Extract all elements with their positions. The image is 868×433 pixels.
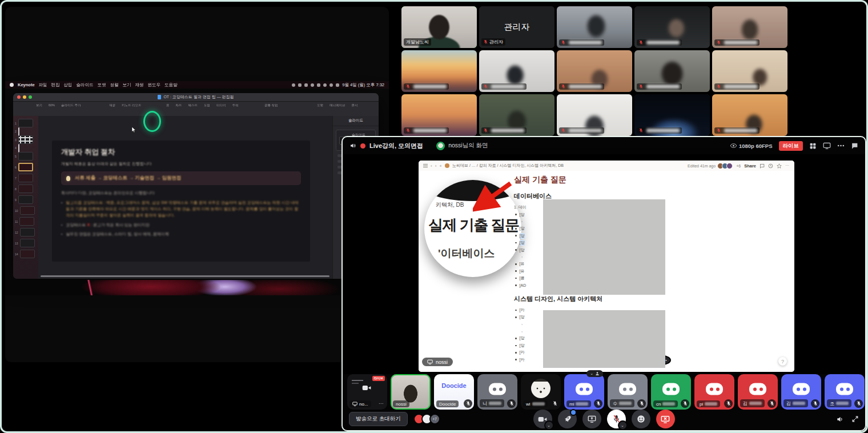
activities-button[interactable] [558,410,577,428]
toolbar-insert-button[interactable]: 미디어 [216,103,226,107]
slide-thumbnail[interactable]: 3 [13,134,38,145]
zoom-participant-tile[interactable] [634,94,710,136]
zoom-participant-tile[interactable] [712,6,787,48]
invite-to-broadcast-button[interactable]: 방송으로 초대하기 [349,412,408,426]
collaborate-button[interactable]: 공동 작업 [264,103,278,107]
zoom-window-button[interactable] [29,95,32,99]
zoom-participant-tile[interactable] [479,50,554,92]
toolbar-insert-button[interactable]: 도형 [204,103,210,107]
zoom-participant-tile[interactable]: 관리자 관리자 [479,6,554,48]
slide-thumbnail[interactable]: 10 [13,205,38,216]
status-icon[interactable] [298,83,302,87]
app-menu-keynote[interactable]: Keynote [18,82,35,87]
slide-thumbnail[interactable]: 6 [13,162,38,173]
viewer-avatar-stack[interactable]: +7 [413,414,440,424]
tile-people-badge[interactable]: ⌄ [586,370,603,377]
inspector-tab[interactable]: 문서 [352,103,358,107]
slide-thumbnail[interactable]: 12 [13,227,38,238]
search-icon[interactable] [329,83,333,87]
slide-thumbnail[interactable]: 9 [13,194,38,205]
nav-forward-icon[interactable]: › [435,163,437,169]
slide-editor-area[interactable]: 개발자 취업 절차 개발자 채용은 통상 아래와 같은 절차로 진행됩니다 서류… [52,141,310,262]
zoom-participant-tile[interactable] [712,94,787,136]
chevron-down-icon[interactable]: ⌄ [618,420,628,430]
status-icon[interactable] [311,83,314,87]
inspector-tab[interactable]: 애니메이션 [329,103,345,107]
apple-menu-icon[interactable] [10,83,14,87]
slide-thumbnail[interactable]: 11 [13,216,38,227]
inspector-tab[interactable]: 포맷 [317,103,323,107]
fullscreen-icon[interactable] [851,415,859,423]
star-icon[interactable] [777,163,782,169]
slide-thumbnail[interactable]: 5 [13,151,38,162]
speaker-icon[interactable] [836,415,844,423]
discord-participant-tile[interactable]: ⋯ ⌄ 조 [825,374,865,410]
slide-thumbnail[interactable]: 7 [13,173,38,183]
sidebar-toggle-icon[interactable] [423,164,428,165]
menu-item[interactable]: 편집 [51,82,60,88]
discord-participant-tile[interactable]: ⋯ ⌄ 수 [608,374,648,410]
discord-participant-tile[interactable]: ⋯ ⌄ wi [521,374,561,410]
minimize-window-button[interactable] [23,95,26,99]
camera-button[interactable]: ⌄ [533,410,552,428]
share-button[interactable]: Share [744,163,756,169]
toolbar-insert-button[interactable]: 주석 [232,103,239,107]
slide-thumbnail[interactable]: 14 [13,248,38,259]
more-options-icon[interactable] [837,145,845,147]
toolbar-button[interactable]: 보기 [36,103,42,107]
discord-participant-tile[interactable]: ⋯ ⌄ pi [694,374,734,410]
discord-participant-tile[interactable]: ⋯ ⌄ 니 [477,374,517,410]
discord-participant-tile[interactable]: ⋯ ⌄ cn [651,374,691,410]
page-more-icon[interactable]: ⋯ [785,163,790,168]
horizontal-scrollbar[interactable] [41,275,329,277]
discord-participant-tile[interactable]: ⋯ ⌄ 김 [781,374,821,410]
discord-participant-tile[interactable]: ⋯ ⌄ mi [564,374,604,410]
menu-item[interactable]: 슬라이드 [77,82,94,88]
discord-participant-tile[interactable]: ⋯ Doocide ⌄ Doocide [434,374,474,410]
menu-item[interactable]: 포맷 [98,82,106,88]
zoom-participant-tile[interactable] [557,94,632,136]
discord-participant-tile[interactable]: 라이브 ⋯ ⌄ no... [347,374,387,410]
toolbar-button[interactable]: 슬라이드 추가 [61,103,81,107]
zoom-participant-tile[interactable] [634,50,710,92]
breadcrumb[interactable]: 노씨데브 / … / 강의 자료 / 시스템 디자인, 시스템 아키텍처, DB [452,163,564,169]
status-icon[interactable] [292,83,295,87]
keynote-slide-navigator[interactable]: 1 2 3 4 5 [13,116,39,279]
more-viewers-count[interactable]: +6 [736,164,741,168]
help-button[interactable]: ? [778,357,787,366]
toolbar-button[interactable]: 60% [49,103,55,107]
nav-back-icon[interactable]: ‹ [431,163,432,169]
status-icon[interactable] [304,83,308,87]
wifi-icon[interactable] [323,83,327,87]
keynote-title-bar[interactable]: OT : 코딩테스트 필과 면접 팁 — 편집됨 [13,93,379,102]
menu-item[interactable]: 재생 [135,82,144,88]
menu-item[interactable]: 도움말 [164,82,178,88]
zoom-participant-tile[interactable] [401,94,477,136]
new-page-icon[interactable]: + [439,163,442,169]
slide-thumbnail[interactable]: 13 [13,238,38,248]
slide-thumbnail[interactable]: 4 [13,145,20,151]
zoom-participant-tile[interactable] [479,94,554,136]
chat-icon[interactable] [851,142,858,149]
toolbar-button-play[interactable]: 재생 [109,103,115,107]
stream-quality[interactable]: 1080p 60FPS [730,143,773,149]
zoom-participant-tile[interactable] [712,50,787,92]
comments-icon[interactable] [760,163,765,169]
screen-share-label[interactable]: nossi님의 화면 [436,142,488,150]
slide-thumbnail[interactable]: 1 [13,118,38,129]
toolbar-button-play[interactable]: 키노트 리모트 [122,103,142,107]
zoom-participant-tile[interactable] [557,6,632,48]
toolbar-insert-button[interactable]: 텍스트 [188,103,198,107]
menu-item[interactable]: 윈도우 [148,82,161,88]
toolbar-insert-button[interactable]: 차트 [176,103,182,107]
zoom-participant-tile[interactable] [401,50,477,92]
zoom-participant-tile[interactable] [557,50,632,92]
stream-window-icon[interactable] [823,142,831,149]
menu-item[interactable]: 보기 [123,82,131,88]
zoom-participant-tile[interactable] [634,6,710,48]
reactions-button[interactable] [632,410,650,428]
menu-item[interactable]: 삽입 [64,82,73,88]
control-center-icon[interactable] [336,83,339,87]
mute-button[interactable]: ⌄ [607,410,626,428]
battery-icon[interactable] [317,83,320,87]
